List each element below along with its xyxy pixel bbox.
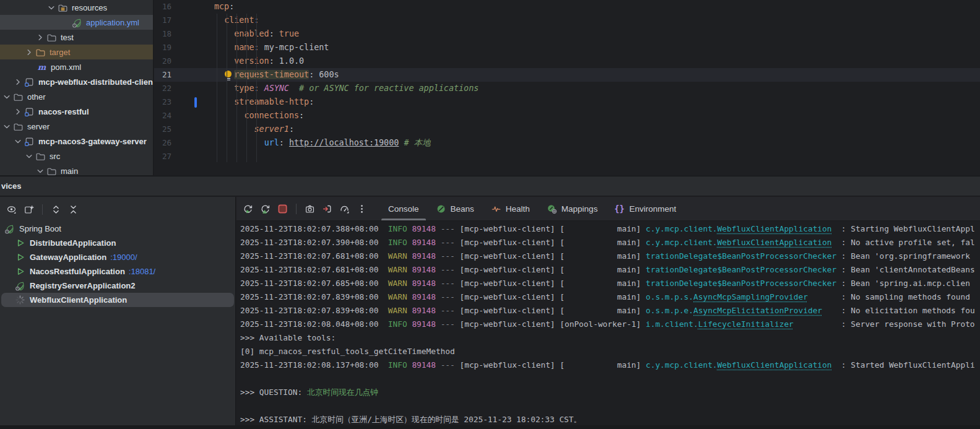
code-text: type: ASYNC # or ASYNC for reactive appl… [181, 82, 479, 95]
log-segment: trationDelegate$BeanPostProcessorChecker [646, 265, 836, 274]
log-segment: [mcp-webflux-client] [ main] [455, 224, 646, 233]
tree-row-label: other [27, 92, 46, 102]
editor-line: 16mcp: [154, 0, 980, 14]
tab-label: Health [506, 204, 530, 214]
rerun-update-button[interactable] [259, 202, 272, 215]
log-segment: : No sampling methods found [808, 292, 970, 301]
logger-class-link[interactable]: WebfluxClientApplication [718, 238, 832, 247]
line-number: 22 [154, 82, 181, 95]
line-number: 26 [154, 136, 181, 150]
logger-class-link[interactable]: WebfluxClientApplication [718, 224, 832, 233]
services-toolbar [0, 197, 235, 222]
log-segment: >>> Available tools: [240, 333, 336, 342]
log-segment: 2025-11-23T18:02:07.388+08:00 [240, 224, 378, 233]
code-text: connections: [181, 109, 304, 123]
log-segment: 北京时间现在几点钟 [307, 388, 378, 397]
tree-row[interactable]: target [0, 45, 153, 59]
log-segment: --- [441, 306, 455, 315]
chevron-down-icon[interactable] [35, 166, 45, 175]
service-item[interactable]: DistributedApplication [1, 236, 234, 250]
logger-class-link[interactable]: AsyncMcpSamplingProvider [693, 292, 808, 301]
run-icon [15, 238, 25, 248]
tree-row[interactable]: application.yml [0, 15, 153, 30]
console-output[interactable]: 2025-11-23T18:02:07.388+08:00 INFO 89148… [236, 221, 980, 425]
service-port-link[interactable]: :18081/ [129, 267, 155, 276]
code-text: server1: [181, 123, 294, 136]
folder-icon [46, 166, 57, 176]
eye-button[interactable] [5, 203, 18, 216]
log-segment: 2025-11-23T18:02:07.839+08:00 [240, 292, 378, 301]
chevron-right-icon[interactable] [13, 106, 23, 116]
log-segment: 2025-11-23T18:02:08.048+08:00 [240, 319, 378, 329]
spring-file-icon [72, 17, 82, 28]
add-tab-button[interactable] [22, 203, 35, 216]
tab-environment[interactable]: {}Environment [614, 197, 676, 220]
rerun-button[interactable] [241, 202, 254, 215]
log-segment: WARN [388, 265, 407, 274]
tab-health[interactable]: Health [491, 197, 530, 220]
tree-row[interactable]: mcp-webflux-distributed-clien [0, 74, 153, 89]
service-item[interactable]: WebfluxClientApplication [1, 293, 234, 307]
logger-class-link[interactable]: WebfluxClientApplication [718, 360, 832, 370]
console-log-line: 2025-11-23T18:02:07.839+08:00 WARN 89148… [240, 304, 980, 318]
service-port-link[interactable]: :19000/ [110, 253, 137, 262]
expand-all-button[interactable] [50, 203, 63, 216]
line-number: 18 [154, 27, 181, 41]
exit-button[interactable] [321, 202, 334, 215]
module-icon [24, 136, 35, 147]
chevron-down-icon[interactable] [2, 121, 12, 131]
service-item[interactable]: GatewayApplication:19000/ [1, 250, 234, 264]
editor-line: 18 enabled: true [154, 27, 980, 41]
collapse-all-icon [68, 204, 79, 215]
tree-row[interactable]: server [0, 119, 153, 134]
tree-row[interactable]: mpom.xml [0, 59, 153, 74]
tab-console[interactable]: Console [388, 197, 419, 220]
chevron-right-icon[interactable] [35, 32, 45, 42]
editor[interactable]: 16mcp:17 client:18 enabled: true19 name:… [154, 0, 980, 175]
console-log-line: >>> ASSISTANT: 北京时间（亚洲/上海时区）现在的时间是 2025-… [240, 413, 980, 425]
log-segment: 89148 [412, 279, 436, 288]
tree-row[interactable]: resources [0, 0, 153, 15]
log-segment [436, 238, 441, 247]
chevron-right-icon[interactable] [24, 47, 34, 57]
collapse-all-button[interactable] [67, 203, 80, 216]
log-segment: 89148 [412, 292, 436, 301]
tree-row[interactable]: main [0, 163, 153, 175]
tree-row[interactable]: mcp-nacos3-gateway-server [0, 134, 153, 149]
service-item[interactable]: Spring Boot [1, 222, 234, 236]
log-segment: : Bean 'spring.ai.mcp.clien [836, 279, 970, 288]
chevron-right-icon[interactable] [13, 77, 23, 87]
log-segment [378, 279, 388, 288]
service-item[interactable]: NacosRestfulApplication:18081/ [1, 264, 234, 279]
log-segment [436, 224, 441, 233]
kebab-button[interactable] [355, 202, 368, 215]
log-segment: : No elicitation methods fou [822, 306, 975, 315]
camera-button[interactable] [303, 202, 316, 215]
editor-line: 22 type: ASYNC # or ASYNC for reactive a… [154, 82, 980, 95]
console-log-line: 2025-11-23T18:02:08.137+08:00 INFO 89148… [240, 358, 980, 372]
tree-row[interactable]: test [0, 30, 153, 45]
code-text: request-timeout: 600s [181, 68, 339, 82]
chevron-down-icon[interactable] [24, 151, 34, 161]
logger-class-link[interactable]: AsyncMcpElicitationProvider [693, 306, 822, 315]
logger-class-link[interactable]: LifecycleInitializer [698, 319, 794, 329]
service-item-label: GatewayApplication [30, 253, 106, 262]
vcs-change-marker[interactable] [194, 97, 197, 108]
service-item[interactable]: RegistryServerApplication2 [1, 279, 234, 293]
tab-beans[interactable]: Beans [436, 197, 474, 220]
gauge-button[interactable] [338, 202, 351, 215]
stop-button[interactable] [276, 202, 289, 215]
tree-row[interactable]: nacos-restful [0, 104, 153, 119]
url-hyperlink[interactable]: http://localhost:19000 [289, 138, 399, 147]
log-segment: 2025-11-23T18:02:07.681+08:00 [240, 265, 378, 274]
tab-label: Console [388, 204, 419, 214]
tree-row[interactable]: other [0, 89, 153, 104]
log-segment: c.y.mcp.client. [646, 224, 718, 233]
chevron-down-icon[interactable] [46, 2, 56, 12]
chevron-down-icon[interactable] [2, 92, 12, 102]
intention-bulb-icon[interactable] [223, 70, 233, 80]
console-log-line: 2025-11-23T18:02:08.048+08:00 INFO 89148… [240, 318, 980, 331]
tab-mappings[interactable]: Mappings [547, 197, 598, 220]
tree-row[interactable]: src [0, 149, 153, 163]
chevron-down-icon[interactable] [13, 136, 23, 146]
